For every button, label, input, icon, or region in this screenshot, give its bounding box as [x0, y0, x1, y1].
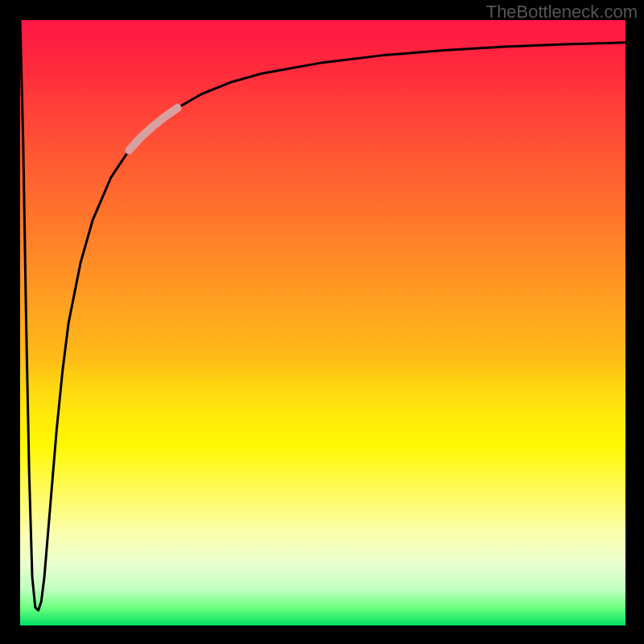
curve-svg: [20, 20, 625, 625]
bottleneck-curve-path: [20, 20, 625, 610]
chart-plot-area: [20, 20, 625, 625]
highlight-segment-path: [129, 108, 177, 151]
attribution-text: TheBottleneck.com: [486, 2, 638, 23]
